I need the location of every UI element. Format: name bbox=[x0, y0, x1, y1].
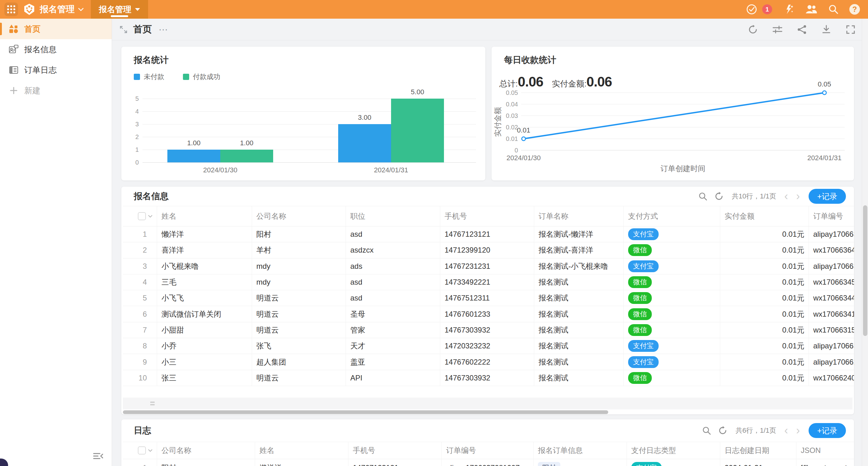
data-point[interactable] bbox=[522, 137, 525, 141]
bar-未付款-2024/01/31[interactable] bbox=[338, 124, 391, 162]
column-header-报名订单信息[interactable]: 报名订单信息 bbox=[533, 442, 627, 459]
cell-amount: 0.01元 bbox=[720, 290, 809, 306]
horizontal-scrollbar[interactable] bbox=[123, 410, 851, 414]
column-header-实付金额[interactable]: 实付金额 bbox=[720, 206, 809, 226]
table-row[interactable]: 10张三明道云API14767303932报名测试微信0.01元wx170662… bbox=[123, 370, 854, 386]
column-header-职位[interactable]: 职位 bbox=[346, 206, 440, 226]
app-grid-button[interactable] bbox=[4, 2, 18, 16]
bar-未付款-2024/01/30[interactable] bbox=[167, 150, 220, 162]
column-header-姓名[interactable]: 姓名 bbox=[255, 442, 348, 459]
cell-amount: 0.01元 bbox=[720, 274, 809, 290]
column-header-订单编号[interactable]: 订单编号 bbox=[809, 206, 854, 226]
cell-company: 超人集团 bbox=[252, 354, 346, 370]
pay-method-badge: 微信 bbox=[628, 276, 652, 288]
notification-badge[interactable]: 1 bbox=[762, 4, 772, 14]
select-all-checkbox[interactable] bbox=[138, 446, 146, 455]
row-index: 2 bbox=[123, 242, 157, 258]
filter-settings-icon[interactable] bbox=[772, 25, 783, 34]
refresh-icon[interactable] bbox=[714, 192, 724, 201]
table-row[interactable]: 9小三超人集团盖亚14767602222报名测试支付宝0.01元alipay17… bbox=[123, 354, 854, 370]
cell-amount: 0.01元 bbox=[720, 370, 809, 386]
chevron-down-icon bbox=[148, 215, 153, 218]
select-all-checkbox[interactable] bbox=[138, 212, 146, 220]
search-icon[interactable] bbox=[702, 426, 711, 435]
table-row[interactable]: 4三毛mdyasd14733492221报名测试微信0.01元wx1706634… bbox=[123, 274, 854, 290]
pay-method-badge: 微信 bbox=[628, 324, 652, 336]
cell-pay: 微信 bbox=[624, 370, 720, 386]
cell-amount: 0.01元 bbox=[720, 258, 809, 274]
refresh-icon[interactable] bbox=[718, 426, 727, 435]
cell-order_no: alipay1706637081007 bbox=[442, 459, 533, 466]
search-icon[interactable] bbox=[828, 4, 839, 14]
task-check-icon[interactable] bbox=[746, 4, 757, 15]
column-header-支付方式[interactable]: 支付方式 bbox=[624, 206, 720, 226]
expand-page-icon[interactable] bbox=[119, 25, 128, 34]
cell-name: 小乔 bbox=[157, 338, 252, 354]
sidebar-item-home[interactable]: 首页 bbox=[0, 19, 112, 39]
column-header-公司名称[interactable]: 公司名称 bbox=[252, 206, 346, 226]
bar-付款成功-2024/01/31[interactable] bbox=[391, 99, 444, 162]
table-row[interactable]: 8小乔张飞天才14720323232报名测试支付宝0.01元alipay1706… bbox=[123, 338, 854, 354]
table-row[interactable]: 5小飞飞明道云asd14767512311报名测试微信0.01元wx170663… bbox=[123, 290, 854, 306]
sidebar-item-order-log[interactable]: 订单日志 bbox=[0, 60, 112, 80]
line-chart-plot: 00.010.020.030.040.050.012024/01/300.052… bbox=[492, 46, 854, 180]
horizontal-scrollbar-thumb[interactable] bbox=[123, 410, 608, 414]
table-row[interactable]: 3小飞棍来噜mdyads14767231231报名测试-小飞棍来噜支付宝0.01… bbox=[123, 258, 854, 274]
members-icon[interactable] bbox=[805, 4, 817, 14]
column-header-订单编号[interactable]: 订单编号 bbox=[442, 442, 533, 459]
app-switch-chevron-icon[interactable] bbox=[78, 7, 84, 11]
cell-order: 报名测试 bbox=[534, 306, 624, 322]
add-record-button[interactable]: +记录 bbox=[809, 423, 846, 438]
column-header-姓名[interactable]: 姓名 bbox=[157, 206, 252, 226]
page-scrollbar-thumb[interactable] bbox=[863, 205, 867, 336]
cell-order_no: wx17066364 bbox=[809, 242, 854, 258]
column-header-订单名称[interactable]: 订单名称 bbox=[534, 206, 624, 226]
page-scrollbar[interactable] bbox=[862, 19, 868, 466]
cell-pay: 支付宝 bbox=[624, 354, 720, 370]
refresh-icon[interactable] bbox=[748, 25, 758, 34]
cell-phone: 14720323232 bbox=[440, 338, 534, 354]
apps-grid-icon bbox=[6, 4, 17, 14]
cell-phone: 14767303932 bbox=[440, 370, 534, 386]
column-header-日志创建日期[interactable]: 日志创建日期 bbox=[720, 442, 797, 459]
download-icon[interactable] bbox=[822, 25, 831, 34]
cell-order: 报名测试 bbox=[534, 274, 624, 290]
pay-method-badge: 微信 bbox=[628, 372, 652, 384]
log-table-controls: 共6行，1/1页 ‹ › +记录 bbox=[702, 420, 846, 442]
tab-registration-management[interactable]: 报名管理 bbox=[91, 0, 148, 19]
table-row[interactable]: 7小甜甜明道云管家14767303932报名测试微信0.01元wx1706631… bbox=[123, 322, 854, 338]
page-more-icon[interactable]: ⋯ bbox=[159, 28, 168, 31]
help-icon[interactable]: ? bbox=[849, 4, 860, 14]
column-header-公司名称[interactable]: 公司名称 bbox=[157, 442, 255, 459]
column-header-手机号[interactable]: 手机号 bbox=[440, 206, 534, 226]
next-page-icon[interactable]: › bbox=[796, 193, 800, 199]
next-page-icon[interactable]: › bbox=[796, 428, 800, 434]
prev-page-icon[interactable]: ‹ bbox=[784, 428, 788, 434]
x-category-label: 2024/01/30 bbox=[180, 166, 261, 174]
column-header-手机号[interactable]: 手机号 bbox=[348, 442, 442, 459]
prev-page-icon[interactable]: ‹ bbox=[784, 193, 788, 199]
search-icon[interactable] bbox=[698, 192, 708, 201]
table-row[interactable]: 1阳村懒洋洋14767123121alipay1706637081007阳村支付… bbox=[123, 459, 854, 466]
cell-order: 报名测试-懒洋洋 bbox=[534, 226, 624, 242]
table-row[interactable]: 6测试微信订单关闭明道云圣母14767601233报名测试微信0.01元wx17… bbox=[123, 306, 854, 322]
cell-amount: 0.01元 bbox=[720, 322, 809, 338]
summary-row[interactable] bbox=[123, 398, 852, 409]
table-row[interactable]: 1懒洋洋阳村asd14767123121报名测试-懒洋洋支付宝0.01元alip… bbox=[123, 226, 854, 242]
checkbox-header-cell bbox=[123, 206, 157, 226]
share-icon[interactable] bbox=[797, 25, 807, 34]
y-tick-label: 0.05 bbox=[506, 89, 518, 96]
magic-sparkle-icon[interactable] bbox=[783, 4, 794, 15]
column-header-JSON[interactable]: JSON bbox=[797, 442, 854, 459]
row-index: 4 bbox=[123, 274, 157, 290]
sidebar-item-signup-info[interactable]: 报名信息 bbox=[0, 39, 112, 60]
table-row[interactable]: 2喜洋洋羊村asdzcx14712399120报名测试-喜洋洋微信0.01元wx… bbox=[123, 242, 854, 258]
data-point[interactable] bbox=[823, 91, 826, 95]
fullscreen-icon[interactable] bbox=[846, 25, 856, 34]
bar-付款成功-2024/01/30[interactable] bbox=[220, 150, 273, 162]
collapse-sidebar-icon[interactable] bbox=[93, 451, 104, 462]
column-header-支付日志类型[interactable]: 支付日志类型 bbox=[627, 442, 720, 459]
sidebar-item-new[interactable]: 新建 bbox=[0, 80, 112, 101]
add-record-button[interactable]: +记录 bbox=[809, 189, 846, 204]
cell-position: asd bbox=[346, 274, 440, 290]
